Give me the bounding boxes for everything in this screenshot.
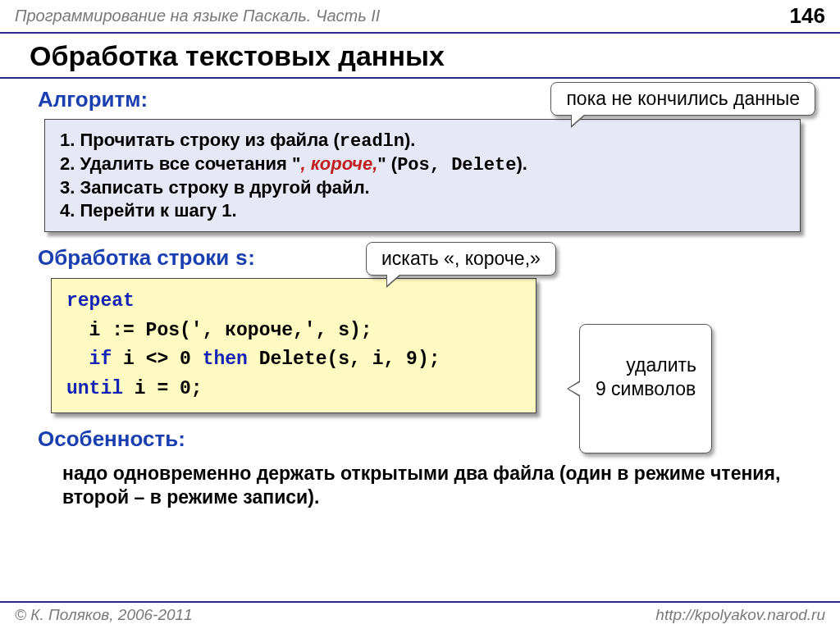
footer: © К. Поляков, 2006-2011 http://kpolyakov… — [0, 601, 840, 624]
code-line-3: if i <> 0 then Delete(s, i, 9); — [66, 345, 521, 375]
code-box: repeat i := Pos(', короче,', s); if i <>… — [51, 278, 536, 413]
course-title: Программирование на языке Паскаль. Часть… — [15, 7, 380, 25]
code-line-2: i := Pos(', короче,', s); — [66, 317, 521, 346]
code-line-1: repeat — [66, 287, 521, 317]
algorithm-box: 1. Прочитать строку из файла (readln). 2… — [44, 119, 801, 232]
slide-title: Обработка текстовых данных — [0, 34, 840, 77]
algo-step-3: 3. Записать строку в другой файл. — [60, 177, 785, 198]
algo-step-2: 2. Удалить все сочетания ", короче," (Po… — [60, 153, 785, 175]
callout-text: удалить 9 символов — [596, 354, 696, 399]
code-line-4: until i = 0; — [66, 375, 521, 404]
algo-step-1: 1. Прочитать строку из файла (readln). — [60, 130, 785, 152]
callout-text: искать «, короче,» — [381, 248, 541, 269]
page-number: 146 — [790, 3, 825, 29]
feature-text: надо одновременно держать открытыми два … — [38, 458, 817, 511]
callout-search: искать «, короче,» — [366, 242, 556, 276]
callout-text: пока не кончились данные — [566, 88, 800, 109]
algo-step-4: 4. Перейти к шагу 1. — [60, 200, 785, 221]
footer-url: http://kpolyakov.narod.ru — [655, 606, 825, 624]
callout-delete: удалить 9 символов — [579, 324, 712, 454]
copyright: © К. Поляков, 2006-2011 — [15, 606, 193, 624]
callout-loop-condition: пока не кончились данные — [550, 82, 815, 116]
title-underline — [0, 77, 840, 79]
